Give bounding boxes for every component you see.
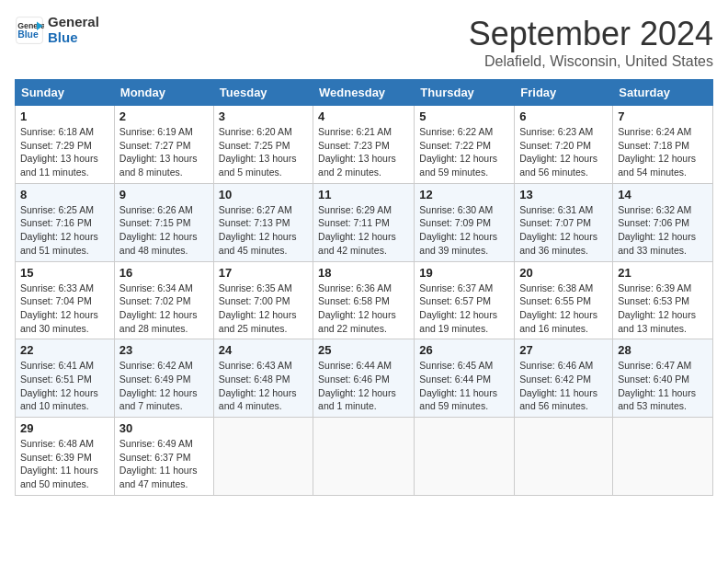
day-number: 28	[618, 343, 708, 357]
day-number: 30	[119, 421, 209, 435]
day-number: 7	[618, 109, 708, 123]
calendar-day	[613, 418, 713, 496]
day-number: 12	[419, 188, 509, 201]
day-info: Sunrise: 6:34 AM Sunset: 7:02 PM Dayligh…	[119, 282, 209, 336]
day-info: Sunrise: 6:21 AM Sunset: 7:23 PM Dayligh…	[318, 125, 409, 179]
day-info: Sunrise: 6:29 AM Sunset: 7:11 PM Dayligh…	[318, 203, 409, 258]
calendar-day: 13Sunrise: 6:31 AM Sunset: 7:07 PM Dayli…	[515, 183, 613, 261]
calendar-day: 12Sunrise: 6:30 AM Sunset: 7:09 PM Dayli…	[415, 183, 515, 261]
weekday-header-friday: Friday	[515, 80, 613, 106]
calendar-day	[515, 418, 613, 496]
day-number: 25	[318, 343, 409, 357]
calendar-day: 22Sunrise: 6:41 AM Sunset: 6:51 PM Dayli…	[16, 339, 115, 418]
day-info: Sunrise: 6:25 AM Sunset: 7:16 PM Dayligh…	[20, 203, 109, 258]
day-info: Sunrise: 6:31 AM Sunset: 7:07 PM Dayligh…	[519, 203, 608, 258]
title-area: September 2024 Delafield, Wisconsin, Uni…	[469, 15, 713, 70]
day-info: Sunrise: 6:18 AM Sunset: 7:29 PM Dayligh…	[20, 125, 109, 179]
day-number: 16	[119, 266, 209, 280]
calendar-day: 19Sunrise: 6:37 AM Sunset: 6:57 PM Dayli…	[415, 261, 515, 339]
calendar-table: SundayMondayTuesdayWednesdayThursdayFrid…	[15, 79, 713, 496]
weekday-header-wednesday: Wednesday	[313, 80, 415, 106]
calendar-day: 5Sunrise: 6:22 AM Sunset: 7:22 PM Daylig…	[415, 106, 515, 184]
weekday-header-sunday: Sunday	[16, 80, 115, 106]
month-title: September 2024	[469, 15, 713, 53]
calendar-day: 6Sunrise: 6:23 AM Sunset: 7:20 PM Daylig…	[515, 106, 613, 184]
calendar-day: 16Sunrise: 6:34 AM Sunset: 7:02 PM Dayli…	[114, 261, 213, 339]
day-number: 15	[20, 266, 109, 280]
day-info: Sunrise: 6:37 AM Sunset: 6:57 PM Dayligh…	[419, 282, 509, 336]
calendar-day: 1Sunrise: 6:18 AM Sunset: 7:29 PM Daylig…	[16, 106, 115, 184]
day-info: Sunrise: 6:32 AM Sunset: 7:06 PM Dayligh…	[618, 203, 708, 258]
svg-text:Blue: Blue	[17, 29, 39, 40]
day-info: Sunrise: 6:22 AM Sunset: 7:22 PM Dayligh…	[419, 125, 509, 179]
day-info: Sunrise: 6:42 AM Sunset: 6:49 PM Dayligh…	[119, 359, 209, 413]
day-info: Sunrise: 6:47 AM Sunset: 6:40 PM Dayligh…	[618, 359, 708, 413]
day-info: Sunrise: 6:30 AM Sunset: 7:09 PM Dayligh…	[419, 203, 509, 258]
calendar-week-4: 22Sunrise: 6:41 AM Sunset: 6:51 PM Dayli…	[16, 339, 713, 418]
day-info: Sunrise: 6:33 AM Sunset: 7:04 PM Dayligh…	[20, 282, 109, 336]
day-info: Sunrise: 6:26 AM Sunset: 7:15 PM Dayligh…	[119, 203, 209, 258]
calendar-day: 29Sunrise: 6:48 AM Sunset: 6:39 PM Dayli…	[16, 418, 115, 496]
day-number: 18	[318, 266, 409, 280]
calendar-day: 30Sunrise: 6:49 AM Sunset: 6:37 PM Dayli…	[114, 418, 213, 496]
day-info: Sunrise: 6:41 AM Sunset: 6:51 PM Dayligh…	[20, 359, 109, 413]
weekday-header-monday: Monday	[114, 80, 213, 106]
day-info: Sunrise: 6:27 AM Sunset: 7:13 PM Dayligh…	[219, 203, 308, 258]
day-number: 23	[119, 343, 209, 357]
day-number: 19	[419, 266, 509, 280]
calendar-day: 18Sunrise: 6:36 AM Sunset: 6:58 PM Dayli…	[313, 261, 415, 339]
logo: General Blue General Blue	[15, 15, 99, 45]
day-number: 29	[20, 421, 109, 435]
day-number: 10	[219, 188, 308, 201]
day-info: Sunrise: 6:24 AM Sunset: 7:18 PM Dayligh…	[618, 125, 708, 179]
day-number: 4	[318, 109, 409, 123]
day-number: 2	[119, 109, 209, 123]
logo-icon: General Blue	[15, 16, 44, 45]
calendar-week-1: 1Sunrise: 6:18 AM Sunset: 7:29 PM Daylig…	[16, 106, 713, 184]
day-info: Sunrise: 6:23 AM Sunset: 7:20 PM Dayligh…	[519, 125, 608, 179]
day-info: Sunrise: 6:39 AM Sunset: 6:53 PM Dayligh…	[618, 282, 708, 336]
calendar-day: 9Sunrise: 6:26 AM Sunset: 7:15 PM Daylig…	[114, 183, 213, 261]
day-number: 5	[419, 109, 509, 123]
weekday-header-tuesday: Tuesday	[213, 80, 313, 106]
calendar-day: 7Sunrise: 6:24 AM Sunset: 7:18 PM Daylig…	[613, 106, 713, 184]
day-info: Sunrise: 6:35 AM Sunset: 7:00 PM Dayligh…	[219, 282, 308, 336]
calendar-day: 28Sunrise: 6:47 AM Sunset: 6:40 PM Dayli…	[613, 339, 713, 418]
calendar-day: 25Sunrise: 6:44 AM Sunset: 6:46 PM Dayli…	[313, 339, 415, 418]
day-number: 13	[519, 188, 608, 201]
calendar-day: 26Sunrise: 6:45 AM Sunset: 6:44 PM Dayli…	[415, 339, 515, 418]
calendar-day: 24Sunrise: 6:43 AM Sunset: 6:48 PM Dayli…	[213, 339, 313, 418]
day-info: Sunrise: 6:43 AM Sunset: 6:48 PM Dayligh…	[219, 359, 308, 413]
day-number: 9	[119, 188, 209, 201]
day-number: 14	[618, 188, 708, 201]
calendar-day: 14Sunrise: 6:32 AM Sunset: 7:06 PM Dayli…	[613, 183, 713, 261]
day-info: Sunrise: 6:19 AM Sunset: 7:27 PM Dayligh…	[119, 125, 209, 179]
calendar-day	[415, 418, 515, 496]
day-number: 1	[20, 109, 109, 123]
day-number: 27	[519, 343, 608, 357]
calendar-day: 8Sunrise: 6:25 AM Sunset: 7:16 PM Daylig…	[16, 183, 115, 261]
logo-text: General Blue	[48, 15, 99, 45]
day-info: Sunrise: 6:45 AM Sunset: 6:44 PM Dayligh…	[419, 359, 509, 413]
day-info: Sunrise: 6:46 AM Sunset: 6:42 PM Dayligh…	[519, 359, 608, 413]
calendar-week-2: 8Sunrise: 6:25 AM Sunset: 7:16 PM Daylig…	[16, 183, 713, 261]
location-title: Delafield, Wisconsin, United States	[469, 53, 713, 70]
calendar-day: 17Sunrise: 6:35 AM Sunset: 7:00 PM Dayli…	[213, 261, 313, 339]
day-number: 20	[519, 266, 608, 280]
day-number: 26	[419, 343, 509, 357]
day-info: Sunrise: 6:36 AM Sunset: 6:58 PM Dayligh…	[318, 282, 409, 336]
calendar-day: 21Sunrise: 6:39 AM Sunset: 6:53 PM Dayli…	[613, 261, 713, 339]
calendar-day: 3Sunrise: 6:20 AM Sunset: 7:25 PM Daylig…	[213, 106, 313, 184]
calendar-day: 23Sunrise: 6:42 AM Sunset: 6:49 PM Dayli…	[114, 339, 213, 418]
day-number: 22	[20, 343, 109, 357]
day-info: Sunrise: 6:20 AM Sunset: 7:25 PM Dayligh…	[219, 125, 308, 179]
day-number: 3	[219, 109, 308, 123]
day-number: 11	[318, 188, 409, 201]
day-info: Sunrise: 6:38 AM Sunset: 6:55 PM Dayligh…	[519, 282, 608, 336]
header: General Blue General Blue September 2024…	[15, 15, 713, 70]
day-info: Sunrise: 6:48 AM Sunset: 6:39 PM Dayligh…	[20, 437, 109, 491]
weekday-header-saturday: Saturday	[613, 80, 713, 106]
calendar-day: 20Sunrise: 6:38 AM Sunset: 6:55 PM Dayli…	[515, 261, 613, 339]
calendar-day: 11Sunrise: 6:29 AM Sunset: 7:11 PM Dayli…	[313, 183, 415, 261]
day-number: 6	[519, 109, 608, 123]
